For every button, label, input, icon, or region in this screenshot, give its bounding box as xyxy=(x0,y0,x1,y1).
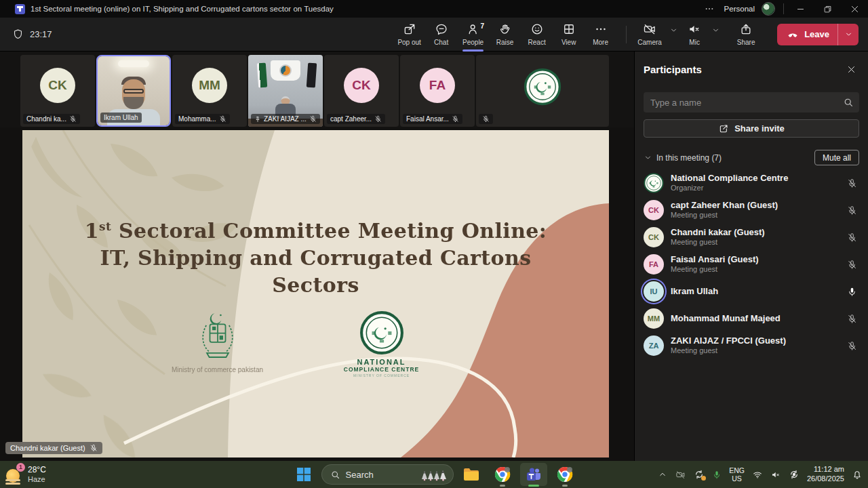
video-tile-faisal[interactable]: FA Faisal Ansar... xyxy=(400,55,475,127)
teams-taskbar-icon[interactable] xyxy=(520,463,547,486)
popout-button[interactable]: Pop out xyxy=(393,18,425,52)
mic-label: Mic xyxy=(689,39,700,46)
minimize-button[interactable] xyxy=(787,0,814,18)
weather-temp: 28°C xyxy=(28,465,46,474)
meeting-toolbar: 23:17 Pop out Chat 7 People Raise xyxy=(0,18,868,52)
weather-badge: 1 xyxy=(16,463,25,472)
chrome-icon-2[interactable] xyxy=(551,461,578,488)
mic-button[interactable]: Mic xyxy=(679,18,709,52)
search-icon xyxy=(330,470,340,480)
battery-saver-icon[interactable] xyxy=(789,469,800,480)
tile-name-label: Mohamma... xyxy=(175,114,230,124)
avatar-initials: FA xyxy=(429,78,446,93)
hidden-icons-chevron[interactable] xyxy=(658,470,667,479)
participant-row-mohammad[interactable]: MM Mohammad Munaf Majeed xyxy=(644,305,859,332)
participant-search[interactable] xyxy=(644,92,859,113)
taskbar-search[interactable]: Search xyxy=(321,464,454,485)
mic-in-use-icon[interactable] xyxy=(712,470,722,480)
participant-row-zaheer[interactable]: CK capt Zaheer Khan (Guest) Meeting gues… xyxy=(644,197,859,224)
participant-row-chandni[interactable]: CK Chandni kakar (Guest) Meeting guest xyxy=(644,224,859,251)
black-flag xyxy=(307,63,317,88)
ncc-logo xyxy=(359,310,404,355)
close-window-button[interactable] xyxy=(841,0,868,18)
restore-button[interactable] xyxy=(814,0,841,18)
slide-logos: Ministry of commerce pakistan NATIONAL C… xyxy=(22,310,609,399)
file-explorer-icon[interactable] xyxy=(458,461,485,488)
meeting-timer: 23:17 xyxy=(0,28,52,40)
avatar: CK xyxy=(344,68,379,103)
leave-options-chevron[interactable] xyxy=(838,24,859,45)
share-invite-button[interactable]: Share invite xyxy=(644,119,859,138)
language-indicator[interactable]: ENG US xyxy=(729,466,745,483)
search-input[interactable] xyxy=(650,98,843,108)
weather-condition: Haze xyxy=(28,475,46,484)
participant-row-ncc[interactable]: National Compliance Centre Organizer xyxy=(644,169,859,197)
avatar: MM xyxy=(644,308,664,329)
volume-muted-icon[interactable] xyxy=(770,470,781,480)
shared-screen-stage: 1st Sectoral Committee Meeting Online: I… xyxy=(0,127,634,461)
mic-on-icon[interactable] xyxy=(844,287,859,297)
mic-off-icon xyxy=(309,115,317,123)
camera-muted-tray-icon[interactable] xyxy=(675,470,686,480)
ncc-logo-avatar xyxy=(644,173,664,193)
video-tile-mohammad[interactable]: MM Mohamma... xyxy=(172,55,247,127)
avatar: CK xyxy=(40,68,75,103)
view-label: View xyxy=(561,39,576,46)
view-grid-icon xyxy=(562,22,576,36)
people-label: People xyxy=(462,39,484,46)
avatar: ZA xyxy=(644,336,664,356)
close-panel-button[interactable] xyxy=(843,61,859,77)
toolbar-buttons: Pop out Chat 7 People Raise React Vie xyxy=(393,18,616,52)
mic-off-icon[interactable] xyxy=(844,205,859,216)
windows-taskbar: 1 28°C Haze Search xyxy=(0,461,868,488)
running-indicator xyxy=(500,485,505,487)
mic-off-icon[interactable] xyxy=(844,314,859,324)
wifi-icon[interactable] xyxy=(752,470,763,480)
camera-options-chevron[interactable] xyxy=(667,14,679,47)
participant-row-ikram[interactable]: IU Ikram Ullah xyxy=(644,278,859,305)
react-smiley-icon xyxy=(530,22,544,36)
participant-row-zaki[interactable]: ZA ZAKI AIJAZ / FPCCI (Guest) Meeting gu… xyxy=(644,332,859,359)
avatar-initials: MM xyxy=(199,78,220,93)
react-button[interactable]: React xyxy=(521,18,553,52)
windows-logo-icon xyxy=(296,467,311,482)
people-button[interactable]: 7 People xyxy=(457,18,489,52)
leave-button[interactable]: Leave xyxy=(787,28,829,41)
camera-group: Camera xyxy=(632,18,679,52)
chrome-icon-1[interactable] xyxy=(489,461,516,488)
video-tile-ncc[interactable] xyxy=(476,55,609,127)
participant-row-faisal[interactable]: FA Faisal Ansari (Guest) Meeting guest xyxy=(644,251,859,278)
pakistan-flag xyxy=(257,63,267,88)
mic-off-icon[interactable] xyxy=(844,341,859,351)
video-tile-ikram[interactable]: Ikram Ullah xyxy=(96,55,171,127)
mic-off-icon[interactable] xyxy=(844,232,859,243)
more-button[interactable]: More xyxy=(585,18,616,52)
notification-bell-icon[interactable] xyxy=(852,469,863,480)
profile-avatar[interactable] xyxy=(762,2,775,16)
raise-hand-button[interactable]: Raise xyxy=(489,18,521,52)
profile-label[interactable]: Personal xyxy=(724,5,755,13)
video-tile-chandni[interactable]: CK Chandni ka... xyxy=(20,55,95,127)
participants-title: Participants xyxy=(644,64,843,75)
video-tile-zaki[interactable]: ZAKI AIJAZ ... xyxy=(248,55,323,127)
mic-options-chevron[interactable] xyxy=(709,14,722,47)
mic-off-icon[interactable] xyxy=(844,260,859,270)
avatar: CK xyxy=(644,227,664,247)
video-tile-zaheer[interactable]: CK capt Zaheer... xyxy=(324,55,399,127)
mute-all-button[interactable]: Mute all xyxy=(814,150,859,165)
chat-button[interactable]: Chat xyxy=(425,18,457,52)
weather-widget[interactable]: 1 28°C Haze xyxy=(5,465,46,484)
share-label: Share xyxy=(737,39,755,46)
search-icon xyxy=(843,97,854,108)
in-meeting-section-header[interactable]: In this meeting (7) Mute all xyxy=(644,150,859,165)
taskbar-center: Search xyxy=(290,461,578,488)
camera-button[interactable]: Camera xyxy=(632,18,667,52)
share-button[interactable]: Share xyxy=(728,18,764,52)
update-pending-icon[interactable] xyxy=(694,469,705,480)
avatar: FA xyxy=(644,254,664,274)
start-button[interactable] xyxy=(290,461,317,488)
mic-off-icon[interactable] xyxy=(844,178,859,188)
taskbar-clock[interactable]: 11:12 am 26/08/2025 xyxy=(807,465,844,484)
view-button[interactable]: View xyxy=(553,18,585,52)
tray-time: 11:12 am xyxy=(807,465,844,474)
